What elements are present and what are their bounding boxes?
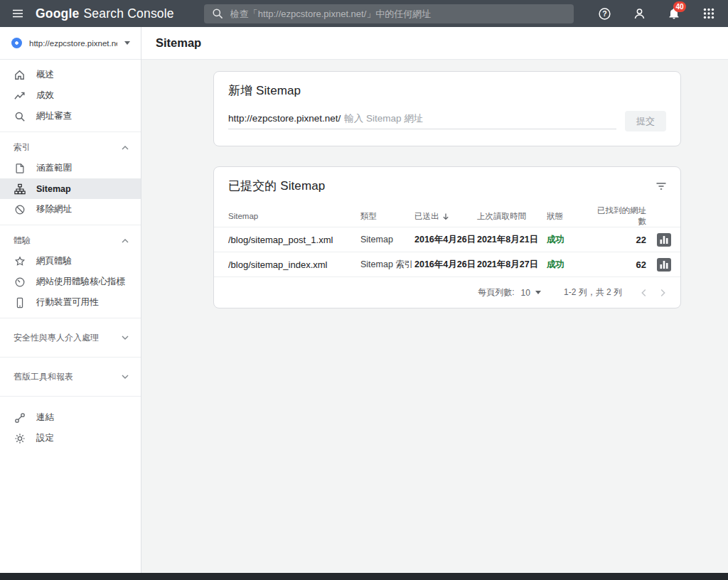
column-header-sitemap: Sitemap <box>228 212 360 220</box>
next-page-button[interactable] <box>653 284 672 302</box>
property-icon <box>11 38 22 48</box>
account-button[interactable] <box>631 6 647 21</box>
top-app-bar: Google Search Console ? 40 <box>0 0 728 27</box>
url-inspection-searchbox <box>204 4 574 23</box>
sidebar-divider <box>0 357 141 358</box>
notification-badge: 40 <box>673 1 686 12</box>
caret-down-icon <box>535 291 541 294</box>
app-logo: Google Search Console <box>36 6 174 21</box>
sidebar-item-links[interactable]: 連結 <box>0 407 141 428</box>
sort-arrow-down-icon <box>442 213 449 220</box>
column-header-last-read: 上次讀取時間 <box>477 211 547 222</box>
sidebar-item-url-inspection[interactable]: 網址審查 <box>0 106 141 127</box>
bar-chart-icon <box>660 236 668 244</box>
bar-chart-icon <box>660 261 668 269</box>
filter-icon[interactable] <box>655 180 668 193</box>
view-index-coverage-button[interactable] <box>657 233 671 247</box>
chevron-down-icon <box>122 375 129 379</box>
sidebar-section-legacy-tools[interactable]: 舊版工具和報表 <box>0 362 141 391</box>
sidebar-nav: 概述 成效 網址審查 索引 涵蓋範圍 Sitemap <box>0 60 141 449</box>
sidebar-item-label: 移除網址 <box>36 203 72 215</box>
sidebar-item-mobile-usability[interactable]: 行動裝置可用性 <box>0 292 141 313</box>
column-header-discovered-urls: 已找到的網址數 <box>591 205 649 227</box>
sidebar-item-page-experience[interactable]: 網頁體驗 <box>0 251 141 272</box>
bottom-edge-bar <box>0 573 728 580</box>
sidebar-item-label: 網站使用體驗核心指標 <box>36 276 125 288</box>
sidebar-item-overview[interactable]: 概述 <box>0 65 141 85</box>
sidebar-divider <box>0 396 141 397</box>
sitemap-icon <box>14 183 26 195</box>
content-area: 新增 Sitemap http://ezpcstore.pixnet.net/ … <box>141 60 728 308</box>
view-index-coverage-button[interactable] <box>657 258 671 272</box>
chevron-up-icon <box>122 146 129 150</box>
sidebar-item-label: 概述 <box>36 69 54 81</box>
status-badge: 成功 <box>547 259 591 271</box>
sidebar-item-label: Sitemap <box>36 184 71 194</box>
gear-icon <box>14 432 26 444</box>
block-icon <box>14 203 26 215</box>
discovered-urls-count: 62 <box>591 259 649 270</box>
rows-per-page-value: 10 <box>521 288 530 298</box>
help-button[interactable]: ? <box>596 6 612 21</box>
chevron-down-icon <box>122 335 129 340</box>
magnifier-icon <box>14 110 26 122</box>
sidebar-item-removals[interactable]: 移除網址 <box>0 199 141 220</box>
property-url: http://ezpcstore.pixnet.net/ <box>29 39 117 48</box>
question-glyph: ? <box>602 9 606 18</box>
submitted-sitemaps-card: 已提交的 Sitemap Sitemap 類型 已送出 上次讀取時間 狀態 已找… <box>213 166 681 308</box>
column-header-label: 已送出 <box>414 211 439 222</box>
sidebar-section-index[interactable]: 索引 <box>0 137 141 158</box>
table-row[interactable]: /blog/sitemap_post_1.xml Sitemap 2016年4月… <box>214 227 680 252</box>
sidebar-item-label: 網頁體驗 <box>36 255 72 267</box>
sitemap-type: Sitemap <box>360 235 414 245</box>
submitted-date: 2016年4月26日 <box>414 234 477 246</box>
sidebar-section-experience[interactable]: 體驗 <box>0 230 141 251</box>
sidebar-item-sitemaps[interactable]: Sitemap <box>0 178 141 199</box>
page-title: Sitemap <box>156 36 201 50</box>
add-sitemap-row: http://ezpcstore.pixnet.net/ 提交 <box>228 111 666 131</box>
sidebar-item-label: 涵蓋範圍 <box>36 162 72 174</box>
last-read-date: 2021年8月27日 <box>477 259 547 271</box>
sidebar-item-coverage[interactable]: 涵蓋範圍 <box>0 158 141 178</box>
sidebar-item-core-web-vitals[interactable]: 網站使用體驗核心指標 <box>0 272 141 292</box>
column-header-status: 狀態 <box>547 211 591 222</box>
sidebar-section-security-manual-actions[interactable]: 安全性與專人介入處理 <box>0 323 141 352</box>
sidebar-divider <box>0 225 141 225</box>
line-chart-icon <box>14 90 26 102</box>
page-title-bar: Sitemap <box>141 27 728 60</box>
url-prefix: http://ezpcstore.pixnet.net/ <box>228 113 341 124</box>
add-sitemap-card-title: 新增 Sitemap <box>228 82 666 99</box>
sitemap-path-link[interactable]: /blog/sitemap_post_1.xml <box>228 235 360 245</box>
sitemap-url-input[interactable] <box>341 113 616 124</box>
sidebar-divider <box>0 131 141 132</box>
notifications-button[interactable]: 40 <box>666 6 682 21</box>
status-badge: 成功 <box>547 234 591 246</box>
section-label: 安全性與專人介入處理 <box>14 332 99 344</box>
rows-per-page-select[interactable]: 10 <box>521 288 541 298</box>
previous-page-button[interactable] <box>635 284 653 302</box>
links-icon <box>14 412 26 424</box>
caret-down-icon <box>124 41 130 45</box>
last-read-date: 2021年8月21日 <box>477 234 547 246</box>
sidebar-item-settings[interactable]: 設定 <box>0 428 141 449</box>
submit-button[interactable]: 提交 <box>625 111 666 131</box>
sidebar-item-performance[interactable]: 成效 <box>0 85 141 106</box>
sitemap-path-link[interactable]: /blog/sitemap_index.xml <box>228 259 360 270</box>
chevron-up-icon <box>122 239 129 243</box>
add-sitemap-card: 新增 Sitemap http://ezpcstore.pixnet.net/ … <box>213 71 681 146</box>
row-actions <box>649 233 679 247</box>
section-label: 體驗 <box>14 235 31 247</box>
table-pagination: 每頁列數: 10 1-2 列，共 2 列 <box>214 276 680 308</box>
menu-icon[interactable] <box>6 1 30 26</box>
column-header-submitted[interactable]: 已送出 <box>414 211 477 222</box>
section-label: 舊版工具和報表 <box>14 371 73 383</box>
property-selector[interactable]: http://ezpcstore.pixnet.net/ <box>0 27 141 60</box>
table-card-header: 已提交的 Sitemap <box>214 178 680 194</box>
search-input[interactable] <box>204 4 574 23</box>
sitemap-url-field: http://ezpcstore.pixnet.net/ <box>228 113 616 129</box>
main-area: Sitemap 新增 Sitemap http://ezpcstore.pixn… <box>141 27 728 573</box>
submitted-sitemaps-title: 已提交的 Sitemap <box>228 178 325 194</box>
pagination-range: 1-2 列，共 2 列 <box>564 286 622 299</box>
table-row[interactable]: /blog/sitemap_index.xml Sitemap 索引 2016年… <box>214 252 680 276</box>
apps-grid-button[interactable] <box>701 6 717 21</box>
